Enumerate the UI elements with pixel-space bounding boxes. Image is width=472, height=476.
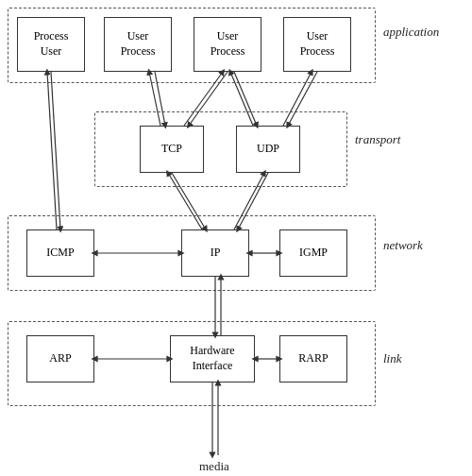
application-label: application <box>383 25 439 40</box>
rarp-box: RARP <box>279 335 347 382</box>
svg-line-1 <box>47 72 57 230</box>
media-label: media <box>199 459 229 474</box>
igmp-box: IGMP <box>279 230 347 277</box>
svg-line-0 <box>51 72 60 230</box>
tcp-box: TCP <box>140 126 204 173</box>
arp-box: ARP <box>26 335 94 382</box>
ip-box: IP <box>181 230 249 277</box>
user-process-2: UserProcess <box>104 17 172 72</box>
hw-interface-box: HardwareInterface <box>170 335 255 382</box>
process-user-1: ProcessUser <box>17 17 85 72</box>
icmp-box: ICMP <box>26 230 94 277</box>
udp-box: UDP <box>236 126 300 173</box>
user-process-3: UserProcess <box>194 17 261 72</box>
transport-label: transport <box>355 132 400 147</box>
transport-layer <box>94 111 347 187</box>
network-label: network <box>383 238 423 253</box>
link-label: link <box>383 351 402 366</box>
user-process-4: UserProcess <box>283 17 351 72</box>
network-diagram: application transport network link Proce… <box>0 0 472 476</box>
